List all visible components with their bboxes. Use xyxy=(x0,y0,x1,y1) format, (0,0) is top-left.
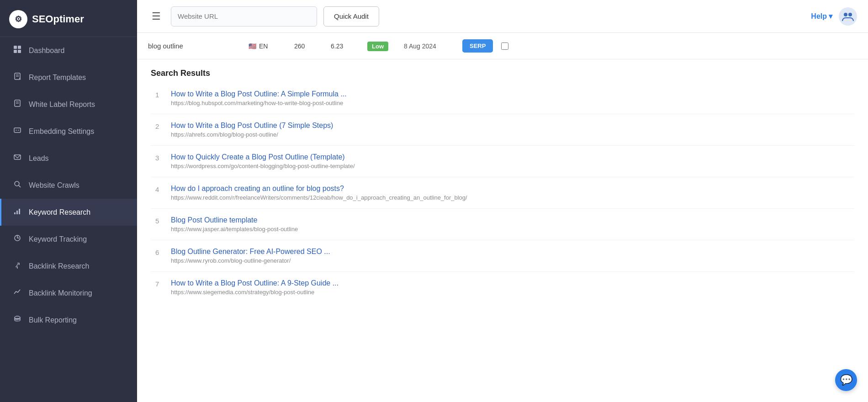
sidebar-item-label-keyword-research: Keyword Research xyxy=(29,208,90,217)
backlink-research-icon xyxy=(12,261,22,271)
serp-url: https://www.reddit.com/r/freelanceWriter… xyxy=(171,194,850,201)
svg-point-14 xyxy=(15,181,19,186)
sidebar-item-label-backlink-research: Backlink Research xyxy=(29,262,90,270)
serp-title[interactable]: How to Write a Blog Post Outline: A Simp… xyxy=(171,90,347,98)
serp-result-2: 2 How to Write a Blog Post Outline (7 Si… xyxy=(151,114,854,146)
sidebar-item-label-dashboard: Dashboard xyxy=(29,47,64,55)
svg-line-15 xyxy=(19,185,21,187)
serp-results-list: 1 How to Write a Blog Post Outline: A Si… xyxy=(151,83,854,303)
sidebar-item-website-crawls[interactable]: Website Crawls xyxy=(0,172,137,199)
logo-text: SEOptimer xyxy=(32,13,84,25)
sidebar-item-bulk-reporting[interactable]: Bulk Reporting xyxy=(0,307,137,333)
serp-result-5: 5 Blog Post Outline template https://www… xyxy=(151,209,854,240)
sidebar-item-label-website-crawls: Website Crawls xyxy=(29,181,79,190)
date-cell: 8 Aug 2024 xyxy=(404,42,459,50)
sidebar-item-leads[interactable]: Leads xyxy=(0,145,137,172)
serp-body: How do I approach creating an outline fo… xyxy=(171,185,850,201)
serp-title[interactable]: Blog Outline Generator: Free AI-Powered … xyxy=(171,248,330,255)
flag-icon: 🇺🇸 xyxy=(249,42,256,50)
sidebar-item-backlink-research[interactable]: Backlink Research xyxy=(0,253,137,280)
sidebar-item-backlink-monitoring[interactable]: Backlink Monitoring xyxy=(0,280,137,307)
logo: ⚙ SEOptimer xyxy=(0,0,137,37)
serp-title[interactable]: Blog Post Outline template xyxy=(171,216,257,224)
sidebar-item-embedding-settings[interactable]: Embedding Settings xyxy=(0,118,137,145)
backlink-monitoring-icon xyxy=(12,288,22,298)
sidebar-item-keyword-tracking[interactable]: Keyword Tracking xyxy=(0,226,137,253)
report-templates-icon xyxy=(12,72,22,83)
svg-rect-10 xyxy=(14,128,21,132)
help-chevron-icon: ▾ xyxy=(829,12,832,21)
website-crawls-icon xyxy=(12,180,22,190)
search-results-section: Search Results 1 How to Write a Blog Pos… xyxy=(137,59,868,312)
white-label-reports-icon xyxy=(12,99,22,110)
svg-rect-17 xyxy=(16,211,18,214)
serp-result-7: 7 How to Write a Blog Post Outline: A 9-… xyxy=(151,272,854,303)
sidebar-item-label-leads: Leads xyxy=(29,154,49,163)
bulk-reporting-icon xyxy=(12,315,22,325)
svg-point-21 xyxy=(844,13,847,16)
serp-rank: 1 xyxy=(155,90,164,99)
svg-point-22 xyxy=(848,13,852,16)
keyword-cell: blog outline xyxy=(148,42,249,50)
svg-rect-2 xyxy=(14,50,17,53)
language-cell: 🇺🇸 EN xyxy=(249,42,294,50)
language-code: EN xyxy=(259,42,268,50)
help-label: Help xyxy=(811,12,827,21)
quick-audit-button[interactable]: Quick Audit xyxy=(323,6,379,26)
serp-result-3: 3 How to Quickly Create a Blog Post Outl… xyxy=(151,146,854,177)
sidebar-item-white-label-reports[interactable]: White Label Reports xyxy=(0,91,137,118)
sidebar-item-keyword-research[interactable]: Keyword Research xyxy=(0,199,137,226)
serp-title[interactable]: How to Quickly Create a Blog Post Outlin… xyxy=(171,153,345,161)
sidebar-item-label-bulk-reporting: Bulk Reporting xyxy=(29,316,77,324)
url-input[interactable] xyxy=(171,6,317,26)
serp-url: https://www.jasper.ai/templates/blog-pos… xyxy=(171,226,850,233)
sidebar-item-label-backlink-monitoring: Backlink Monitoring xyxy=(29,289,92,297)
sidebar-item-label-white-label-reports: White Label Reports xyxy=(29,100,95,109)
serp-title[interactable]: How to Write a Blog Post Outline: A 9-St… xyxy=(171,279,339,287)
sidebar-item-label-report-templates: Report Templates xyxy=(29,74,86,82)
serp-result-4: 4 How do I approach creating an outline … xyxy=(151,177,854,209)
volume-cell: 260 xyxy=(294,42,331,50)
sidebar-item-label-embedding-settings: Embedding Settings xyxy=(29,127,94,136)
serp-title[interactable]: How to Write a Blog Post Outline (7 Simp… xyxy=(171,122,333,129)
difficulty-cell: 6.23 xyxy=(331,42,367,50)
leads-icon xyxy=(12,153,22,164)
serp-body: How to Quickly Create a Blog Post Outlin… xyxy=(171,153,850,169)
sidebar-item-report-templates[interactable]: Report Templates xyxy=(0,64,137,91)
serp-url: https://wordpress.com/go/content-bloggin… xyxy=(171,163,850,169)
serp-url: https://www.ryrob.com/blog-outline-gener… xyxy=(171,257,850,264)
main-area: ☰ Quick Audit Help ▾ blog outline 🇺🇸 EN … xyxy=(137,0,868,402)
serp-rank: 6 xyxy=(155,248,164,256)
sidebar-item-dashboard[interactable]: Dashboard xyxy=(0,37,137,64)
svg-rect-3 xyxy=(18,50,21,53)
serp-body: How to Write a Blog Post Outline: A 9-St… xyxy=(171,279,850,296)
serp-title[interactable]: How do I approach creating an outline fo… xyxy=(171,185,344,192)
svg-rect-16 xyxy=(14,212,16,214)
embedding-settings-icon xyxy=(12,126,22,137)
serp-rank: 3 xyxy=(155,153,164,162)
serp-button[interactable]: SERP xyxy=(462,39,493,53)
serp-url: https://blog.hubspot.com/marketing/how-t… xyxy=(171,100,850,106)
serp-url: https://ahrefs.com/blog/blog-post-outlin… xyxy=(171,131,850,138)
serp-rank: 5 xyxy=(155,216,164,225)
help-button[interactable]: Help ▾ xyxy=(811,12,832,21)
keyword-tracking-icon xyxy=(12,234,22,244)
serp-result-1: 1 How to Write a Blog Post Outline: A Si… xyxy=(151,83,854,114)
chat-bubble[interactable]: 💬 xyxy=(835,369,857,391)
hamburger-button[interactable]: ☰ xyxy=(148,9,164,24)
row-checkbox[interactable] xyxy=(501,42,508,50)
header: ☰ Quick Audit Help ▾ xyxy=(137,0,868,33)
serp-rank: 7 xyxy=(155,279,164,288)
serp-result-6: 6 Blog Outline Generator: Free AI-Powere… xyxy=(151,240,854,272)
serp-body: Blog Outline Generator: Free AI-Powered … xyxy=(171,248,850,264)
sidebar-nav: DashboardReport TemplatesWhite Label Rep… xyxy=(0,37,137,333)
svg-rect-18 xyxy=(19,209,20,214)
svg-rect-0 xyxy=(14,46,17,49)
avatar[interactable] xyxy=(839,7,857,26)
dashboard-icon xyxy=(12,45,22,56)
keyword-meta-row: blog outline 🇺🇸 EN 260 6.23 Low 8 Aug 20… xyxy=(137,33,868,59)
serp-url: https://www.siegemedia.com/strategy/blog… xyxy=(171,289,850,296)
content-area: blog outline 🇺🇸 EN 260 6.23 Low 8 Aug 20… xyxy=(137,33,868,402)
svg-rect-1 xyxy=(18,46,21,49)
serp-body: Blog Post Outline template https://www.j… xyxy=(171,216,850,233)
